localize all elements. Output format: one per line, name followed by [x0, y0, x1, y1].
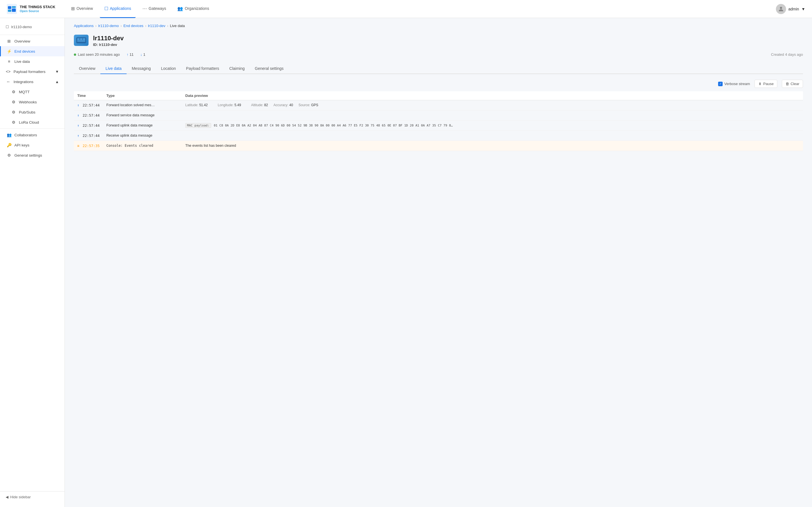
sidebar-app-icon: ☐ [6, 25, 9, 29]
verbose-checkbox[interactable]: ✓ [718, 82, 723, 86]
row1-time: ↑ 22:57:44 [74, 100, 103, 110]
row1-type: Forward location solved mes… [103, 100, 182, 110]
sidebar-item-webhooks[interactable]: ⚙ Webhooks [4, 97, 64, 107]
col-type: Type [103, 91, 182, 100]
gateways-nav-icon: ⋯ [142, 6, 147, 11]
clear-button[interactable]: 🗑 Clear [782, 80, 803, 88]
tab-general-settings[interactable]: General settings [250, 63, 289, 74]
device-status: Last seen 20 minutes ago [74, 52, 120, 57]
sidebar-item-integrations[interactable]: ↔ Integrations ▲ [0, 76, 64, 87]
breadcrumb-device-id[interactable]: lr1110-dev [148, 24, 165, 28]
nav-overview[interactable]: ⊞ Overview [66, 0, 97, 18]
col-data-preview: Data preview [182, 91, 803, 100]
device-meta: Last seen 20 minutes ago ↑ 11 ↓ 1 Create… [74, 52, 803, 57]
svg-rect-4 [12, 8, 16, 12]
logo[interactable]: THE THINGS STACK Open Source [7, 4, 55, 14]
row4-direction-icon: ↑ [77, 133, 80, 138]
row5-time: ≡ 22:57:35 [74, 141, 103, 151]
table-row[interactable]: ↑ 22:57:44 Forward location solved mes… … [74, 100, 803, 110]
svg-point-5 [780, 7, 782, 9]
sidebar-item-pubsubs[interactable]: ⚙ Pub/Subs [4, 107, 64, 117]
sidebar-app-name: ☐ lr1110-demo [0, 22, 64, 34]
hide-sidebar-arrow: ◀ [6, 495, 8, 499]
last-seen-text: Last seen 20 minutes ago [78, 52, 120, 57]
row5-direction-icon: ≡ [77, 144, 80, 148]
nav-applications[interactable]: ☐ Applications [100, 0, 136, 18]
breadcrumb-app-id[interactable]: lr1110-demo [98, 24, 119, 28]
row2-direction-icon: ↑ [77, 113, 80, 117]
breadcrumb-applications[interactable]: Applications [74, 24, 94, 28]
svg-rect-2 [8, 10, 11, 12]
main-content: Applications › lr1110-demo › End devices… [65, 18, 812, 507]
table-row[interactable]: ↑ 22:57:44 Receive uplink data message [74, 131, 803, 141]
tab-payload-formatters[interactable]: Payload formatters [181, 63, 224, 74]
svg-rect-3 [12, 6, 16, 8]
breadcrumb-current: Live data [170, 24, 185, 28]
row4-type: Receive uplink data message [103, 131, 182, 141]
row2-type: Forward service data message [103, 110, 182, 121]
row3-direction-icon: ↑ [77, 123, 80, 128]
table-row[interactable]: ↑ 22:57:44 Forward service data message [74, 110, 803, 121]
user-menu[interactable]: admin ▼ [776, 4, 805, 14]
applications-nav-icon: ☐ [104, 6, 108, 11]
sidebar-item-payload-formatters[interactable]: <> Payload formatters ▼ [0, 66, 64, 76]
payload-formatters-icon: <> [6, 69, 11, 74]
nav-gateways[interactable]: ⋯ Gateways [138, 0, 170, 18]
user-avatar [776, 4, 786, 14]
sidebar-item-lora-cloud[interactable]: ⚙ LoRa Cloud [4, 117, 64, 127]
svg-rect-1 [8, 6, 11, 9]
downlink-count: 1 [143, 52, 145, 57]
tab-messaging[interactable]: Messaging [126, 63, 156, 74]
mqtt-icon: ⚙ [11, 90, 16, 94]
logo-icon [7, 4, 17, 14]
sidebar-item-api-keys[interactable]: 🔑 API keys [0, 140, 64, 150]
table-row-cleared[interactable]: ≡ 22:57:35 Console: Events cleared The e… [74, 141, 803, 151]
row5-preview: The events list has been cleared [182, 141, 803, 151]
nav-organizations[interactable]: 👥 Organizations [173, 0, 213, 18]
table-row[interactable]: ↑ 22:57:44 Forward uplink data message M… [74, 121, 803, 131]
svg-rect-7 [77, 38, 80, 40]
sidebar-item-mqtt[interactable]: ⚙ MQTT [4, 87, 64, 97]
logo-sub-text: Open Source [20, 9, 55, 13]
row4-time: ↑ 22:57:44 [74, 131, 103, 141]
pubsubs-icon: ⚙ [11, 110, 16, 114]
live-data-table: Time Type Data preview ↑ 22:57:44 Forwar… [74, 91, 803, 151]
tab-live-data[interactable]: Live data [100, 63, 126, 74]
hide-sidebar-button[interactable]: ◀ Hide sidebar [0, 491, 64, 503]
breadcrumb-end-devices[interactable]: End devices [123, 24, 144, 28]
overview-sidebar-icon: ⊞ [6, 39, 11, 43]
row5-type: Console: Events cleared [103, 141, 182, 151]
device-id-value: lr1110-dev [99, 43, 117, 47]
row4-preview [182, 131, 803, 141]
svg-rect-10 [77, 41, 85, 41]
row2-preview [182, 110, 803, 121]
pause-icon: ⏸ [758, 82, 762, 86]
device-header: lr1110-dev ID: lr1110-dev [74, 35, 803, 47]
verbose-stream-toggle[interactable]: ✓ Verbose stream [718, 82, 750, 86]
device-title-area: lr1110-dev ID: lr1110-dev [93, 35, 803, 47]
sidebar-item-end-devices[interactable]: ⚡ End devices [0, 46, 64, 56]
api-keys-icon: 🔑 [6, 143, 11, 147]
tab-overview[interactable]: Overview [74, 63, 100, 74]
nav-applications-label: Applications [110, 6, 132, 11]
sidebar-item-collaborators[interactable]: 👥 Collaborators [0, 130, 64, 140]
pause-button[interactable]: ⏸ Pause [755, 80, 777, 88]
table-controls: ✓ Verbose stream ⏸ Pause 🗑 Clear [74, 80, 803, 88]
downlink-stat: ↓ 1 [140, 52, 146, 57]
uplink-arrow-icon: ↑ [126, 52, 129, 57]
tab-claiming[interactable]: Claiming [224, 63, 250, 74]
sidebar-item-live-data[interactable]: ≡ Live data [0, 56, 64, 66]
verbose-label: Verbose stream [724, 82, 750, 86]
sidebar-item-overview[interactable]: ⊞ Overview [0, 36, 64, 46]
clear-icon: 🗑 [785, 82, 789, 86]
live-data-icon: ≡ [6, 59, 11, 64]
nav-overview-label: Overview [77, 6, 93, 11]
webhooks-icon: ⚙ [11, 100, 16, 104]
tab-location[interactable]: Location [156, 63, 181, 74]
user-dropdown-icon: ▼ [801, 7, 805, 11]
organizations-nav-icon: 👥 [177, 6, 183, 11]
svg-rect-8 [80, 38, 82, 40]
row3-time: ↑ 22:57:44 [74, 121, 103, 131]
mac-value: 01 C8 0A 2D E8 0A A2 04 A8 87 C4 90 6D 0… [214, 124, 453, 127]
sidebar-item-general-settings[interactable]: ⚙ General settings [0, 150, 64, 160]
